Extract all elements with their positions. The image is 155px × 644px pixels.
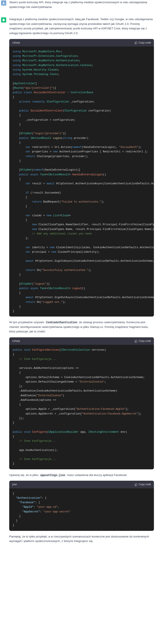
- assistant-intro-text: Integracja z platformą mediów społecznoś…: [9, 17, 154, 35]
- copy-code-label: Copy code: [139, 41, 151, 45]
- svg-rect-2: [135, 484, 137, 486]
- assistant-message-row: Integracja z platformą mediów społecznoś…: [0, 17, 155, 547]
- assistant-icon: [2, 18, 5, 22]
- text-segment: Upewnij się, że w pliku: [9, 474, 39, 476]
- inline-code-cookieauth: CookieAuthentication: [45, 320, 78, 324]
- assistant-middle1-text: W tym przykładzie używam CookieAuthentic…: [9, 320, 154, 334]
- clipboard-icon: [134, 483, 137, 486]
- clipboard-icon: [134, 340, 137, 343]
- assistant-avatar: [1, 17, 6, 22]
- assistant-middle2-text: Upewnij się, że w pliku appsettings.json…: [9, 473, 154, 478]
- copy-code-label: Copy code: [139, 482, 151, 486]
- svg-rect-1: [135, 340, 137, 342]
- copy-code-button-2[interactable]: Copy code: [134, 339, 151, 343]
- text-segment: masz ustawienia dla kluczy aplikacji Fac…: [66, 474, 127, 476]
- code-header-3: json Copy code: [9, 481, 154, 488]
- code-lang-label: json: [12, 482, 17, 486]
- assistant-message-content: Integracja z platformą mediów społecznoś…: [9, 17, 154, 547]
- copy-code-button-1[interactable]: Copy code: [134, 41, 151, 45]
- code-body-1[interactable]: using Microsoft.AspNetCore.Mvc; using Mi…: [9, 46, 154, 317]
- user-icon: [2, 1, 5, 5]
- code-lang-label: csharp: [12, 41, 20, 45]
- clipboard-icon: [134, 41, 137, 44]
- code-block-1: csharp Copy code using Microsoft.AspNetC…: [9, 39, 154, 317]
- code-header-2: csharp Copy code: [9, 337, 154, 345]
- user-message-content: Stwórz punkt końcowy API, który integruj…: [9, 0, 154, 13]
- code-body-3[interactable]: { "Authentication": { "Facebook": { "App…: [9, 488, 154, 531]
- code-body-2[interactable]: public void ConfigureServices(IServiceCo…: [9, 345, 154, 469]
- copy-code-label: Copy code: [139, 339, 151, 343]
- user-avatar: [1, 0, 6, 6]
- copy-code-button-3[interactable]: Copy code: [134, 482, 151, 486]
- code-block-2: csharp Copy code public void ConfigureSe…: [9, 337, 154, 469]
- inline-code-appsettings: appsettings.json: [39, 474, 66, 477]
- assistant-outro-text: Pamiętaj, że to tylko przykład, a w rzec…: [9, 534, 154, 544]
- text-segment: W tym przykładzie używam: [9, 320, 45, 324]
- svg-rect-0: [135, 42, 137, 44]
- code-header-1: csharp Copy code: [9, 39, 154, 46]
- user-message-row: Stwórz punkt końcowy API, który integruj…: [0, 0, 155, 13]
- code-lang-label: csharp: [12, 339, 20, 343]
- code-block-3: json Copy code { "Authentication": { "Fa…: [9, 481, 154, 531]
- user-prompt-text: Stwórz punkt końcowy API, który integruj…: [9, 0, 154, 9]
